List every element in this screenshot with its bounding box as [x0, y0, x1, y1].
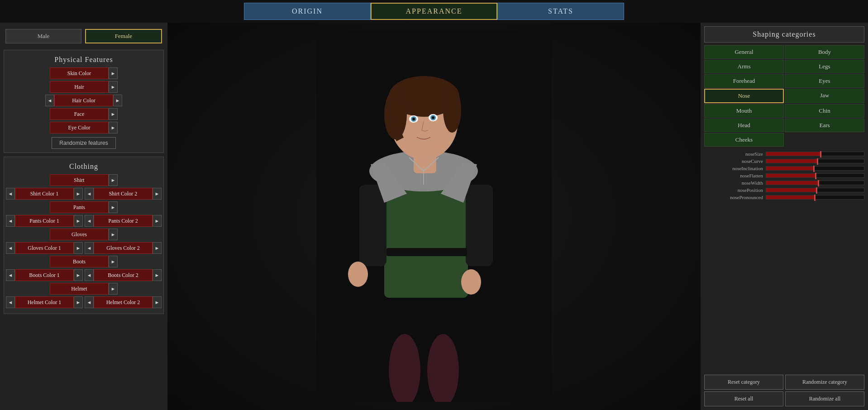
- shaping-forehead[interactable]: Forehead: [704, 74, 784, 88]
- pants-color-2-left-arrow[interactable]: ◄: [85, 215, 94, 227]
- skin-color-right-arrow[interactable]: ►: [109, 67, 118, 79]
- slider-thumb-noseInclination[interactable]: [813, 166, 815, 172]
- shaping-body[interactable]: Body: [785, 45, 864, 59]
- pants-color-2-right-arrow[interactable]: ►: [153, 215, 162, 227]
- boots-right-arrow[interactable]: ►: [109, 256, 118, 267]
- shirt-color-1-col: ◄ Shirt Color 1 ►: [6, 188, 83, 200]
- gloves-color-1-left-arrow[interactable]: ◄: [6, 242, 15, 254]
- shaping-jaw[interactable]: Jaw: [785, 89, 864, 103]
- helmet-color-2-right-arrow[interactable]: ►: [153, 296, 162, 308]
- slider-track-noseSize[interactable]: [766, 152, 864, 156]
- gloves-color-1-right-arrow[interactable]: ►: [74, 242, 83, 254]
- randomize-features-btn[interactable]: Randomize features: [52, 137, 115, 149]
- reset-all-btn[interactable]: Reset all: [704, 391, 783, 406]
- shirt-color-2-right-arrow[interactable]: ►: [153, 188, 162, 200]
- slider-row-noseSize: noseSize: [704, 151, 864, 157]
- helmet-color-2-btn[interactable]: Helmet Color 2: [94, 296, 153, 308]
- gloves-color-2-btn[interactable]: Gloves Color 2: [94, 242, 153, 254]
- helmet-color-2-left-arrow[interactable]: ◄: [85, 296, 94, 308]
- slider-thumb-noseFlatten[interactable]: [815, 173, 816, 179]
- shaping-cheeks[interactable]: Cheeks: [704, 133, 784, 147]
- boots-btn[interactable]: Boots: [50, 256, 109, 267]
- helmet-color-1-btn[interactable]: Helmet Color 1: [15, 296, 74, 308]
- gloves-btn[interactable]: Gloves: [50, 229, 109, 240]
- boots-color-1-btn[interactable]: Boots Color 1: [15, 269, 74, 281]
- randomize-category-btn[interactable]: Randomize category: [785, 375, 864, 390]
- shirt-color-1-right-arrow[interactable]: ►: [74, 188, 83, 200]
- hair-color-left-arrow[interactable]: ◄: [45, 95, 54, 106]
- shirt-color-2-btn[interactable]: Shirt Color 2: [94, 188, 153, 200]
- slider-track-noseFlatten[interactable]: [766, 173, 864, 178]
- gender-male[interactable]: Male: [5, 29, 81, 43]
- gender-selector: Male Female: [4, 26, 164, 46]
- randomize-all-btn[interactable]: Randomize all: [785, 391, 864, 406]
- shirt-color-1-btn[interactable]: Shirt Color 1: [15, 188, 74, 200]
- skin-color-btn[interactable]: Skin Color: [50, 67, 109, 79]
- tab-stats[interactable]: STATS: [497, 3, 624, 20]
- shaping-eyes[interactable]: Eyes: [785, 74, 864, 88]
- shirt-color-1-left-arrow[interactable]: ◄: [6, 188, 15, 200]
- shaping-head[interactable]: Head: [704, 119, 784, 132]
- hair-color-right-arrow[interactable]: ►: [113, 95, 122, 106]
- helmet-right-arrow[interactable]: ►: [109, 283, 118, 295]
- gloves-color-2-right-arrow[interactable]: ►: [153, 242, 162, 254]
- shaping-ears[interactable]: Ears: [785, 119, 864, 132]
- slider-thumb-nosePronounced[interactable]: [814, 195, 816, 201]
- gloves-color-2-left-arrow[interactable]: ◄: [85, 242, 94, 254]
- slider-thumb-noseSize[interactable]: [820, 151, 821, 157]
- shaping-nose[interactable]: Nose: [704, 89, 784, 103]
- character-viewport: [167, 23, 701, 410]
- boots-row: Boots ►: [8, 256, 160, 267]
- reset-category-btn[interactable]: Reset category: [704, 375, 783, 390]
- pants-right-arrow[interactable]: ►: [109, 201, 118, 213]
- eye-color-btn[interactable]: Eye Color: [50, 122, 109, 133]
- slider-track-noseCurve[interactable]: [766, 159, 864, 163]
- gender-female[interactable]: Female: [85, 29, 162, 43]
- shaping-general[interactable]: General: [704, 45, 784, 59]
- pants-btn[interactable]: Pants: [50, 201, 109, 213]
- face-btn[interactable]: Face: [50, 108, 109, 120]
- helmet-btn[interactable]: Helmet: [50, 283, 109, 295]
- shirt-right-arrow[interactable]: ►: [109, 174, 118, 186]
- svg-point-14: [443, 87, 461, 133]
- helmet-color-1-left-arrow[interactable]: ◄: [6, 296, 15, 308]
- slider-track-noseWidth[interactable]: [766, 181, 864, 185]
- hair-color-btn[interactable]: Hair Color: [54, 95, 113, 106]
- eye-color-right-arrow[interactable]: ►: [109, 122, 118, 133]
- gloves-right-arrow[interactable]: ►: [109, 229, 118, 240]
- slider-track-nosePosition[interactable]: [766, 188, 864, 192]
- slider-row-noseInclination: noseInclination: [704, 166, 864, 171]
- boots-color-1-right-arrow[interactable]: ►: [74, 269, 83, 281]
- slider-thumb-noseCurve[interactable]: [817, 158, 818, 165]
- boots-color-2-btn[interactable]: Boots Color 2: [94, 269, 153, 281]
- shaping-arms[interactable]: Arms: [704, 60, 784, 73]
- shirt-color-2-left-arrow[interactable]: ◄: [85, 188, 94, 200]
- pants-color-1-btn[interactable]: Pants Color 1: [15, 215, 74, 227]
- boots-color-2-left-arrow[interactable]: ◄: [85, 269, 94, 281]
- shaping-chin[interactable]: Chin: [785, 104, 864, 118]
- helmet-color-1-right-arrow[interactable]: ►: [74, 296, 83, 308]
- shirt-btn[interactable]: Shirt: [50, 174, 109, 186]
- slider-track-nosePronounced[interactable]: [766, 195, 864, 200]
- slider-label-nosePosition: nosePosition: [704, 187, 763, 193]
- hair-btn[interactable]: Hair: [50, 81, 109, 93]
- hair-right-arrow[interactable]: ►: [109, 81, 118, 93]
- tab-appearance[interactable]: APPEARANCE: [371, 3, 497, 20]
- gloves-color-1-btn[interactable]: Gloves Color 1: [15, 242, 74, 254]
- pants-color-2-btn[interactable]: Pants Color 2: [94, 215, 153, 227]
- slider-thumb-nosePosition[interactable]: [816, 187, 817, 194]
- slider-row-nosePosition: nosePosition: [704, 187, 864, 193]
- slider-track-noseInclination[interactable]: [766, 166, 864, 171]
- tab-origin[interactable]: ORIGIN: [244, 3, 371, 20]
- pants-color-1-left-arrow[interactable]: ◄: [6, 215, 15, 227]
- slider-thumb-noseWidth[interactable]: [818, 180, 819, 186]
- shaping-grid: General Body Arms Legs Forehead Eyes Nos…: [704, 45, 864, 147]
- shaping-mouth[interactable]: Mouth: [704, 104, 784, 118]
- slider-fill-nosePronounced: [766, 195, 814, 199]
- face-right-arrow[interactable]: ►: [109, 108, 118, 120]
- pants-color-1-right-arrow[interactable]: ►: [74, 215, 83, 227]
- shaping-legs[interactable]: Legs: [785, 60, 864, 73]
- boots-color-2-right-arrow[interactable]: ►: [153, 269, 162, 281]
- shaping-categories-title: Shaping categories: [704, 26, 864, 43]
- boots-color-1-left-arrow[interactable]: ◄: [6, 269, 15, 281]
